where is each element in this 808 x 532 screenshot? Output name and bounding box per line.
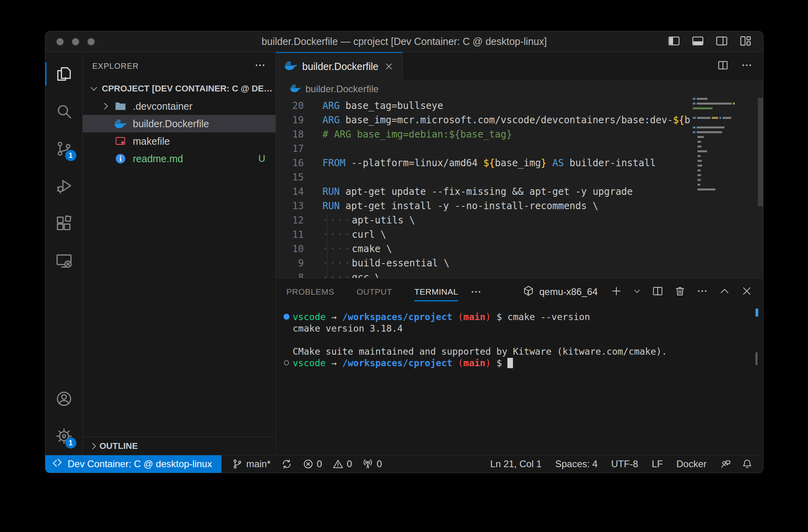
file-item-.devcontainer[interactable]: .devcontainer — [83, 97, 276, 115]
sidebar-title: EXPLORER — [92, 62, 139, 71]
explorer-more-actions-button[interactable] — [254, 59, 266, 73]
zoom-window-button[interactable] — [87, 38, 95, 45]
activity-remote-explorer[interactable] — [45, 242, 83, 280]
terminal-output[interactable]: vscode → /workspaces/cproject (main) $ c… — [276, 305, 763, 455]
chevron-right-icon — [100, 101, 111, 112]
activity-source-control[interactable]: 1 — [45, 130, 83, 167]
line-number: 11 — [276, 229, 304, 240]
status-indentation-label: Spaces: 4 — [555, 458, 598, 470]
status-warnings[interactable]: 0 — [332, 458, 352, 470]
activity-run-debug[interactable] — [45, 167, 83, 205]
command-decoration-hollow[interactable] — [284, 360, 289, 365]
command-decoration-filled[interactable] — [284, 314, 289, 320]
status-language-mode-label: Docker — [676, 458, 707, 470]
editor-group: builder.Dockerfile builder.Dockerfile 20… — [276, 52, 763, 455]
editor-tabbar: builder.Dockerfile — [276, 52, 763, 80]
line-number: 14 — [276, 186, 304, 197]
terminal-scrollbar[interactable] — [756, 352, 758, 365]
status-errors[interactable]: 0 — [303, 458, 322, 470]
code-line-11[interactable]: 11····curl \ — [276, 227, 693, 242]
panel-more-actions-button[interactable] — [696, 285, 708, 299]
terminal-line: CMake suite maintained and supported by … — [280, 346, 763, 357]
chevron-right-icon — [88, 441, 99, 452]
code-line-8[interactable]: 8····gcc \ — [276, 270, 693, 278]
activity-accounts[interactable] — [45, 380, 83, 417]
outline-section-header[interactable]: OUTLINE — [83, 437, 276, 455]
status-encoding-label: UTF-8 — [611, 458, 638, 470]
layout-grid-icon[interactable] — [739, 35, 752, 49]
status-eol[interactable]: LF — [652, 458, 663, 470]
layout-sidebar-left-icon[interactable] — [668, 35, 680, 49]
layout-panel-icon[interactable] — [691, 35, 704, 49]
file-item-readme.md[interactable]: readme.mdU — [83, 150, 276, 167]
editor-more-actions-button[interactable] — [741, 59, 753, 73]
new-terminal-button[interactable] — [610, 285, 622, 299]
minimize-window-button[interactable] — [72, 38, 79, 45]
status-git-branch[interactable]: main* — [232, 458, 270, 470]
status-ports[interactable]: 0 — [362, 458, 382, 470]
file-item-makefile[interactable]: makefile — [83, 132, 276, 150]
split-editor-button[interactable] — [717, 59, 729, 73]
file-label: builder.Dockerfile — [133, 118, 209, 130]
warnings-icon — [332, 458, 344, 470]
code-line-12[interactable]: 12····apt-utils \ — [276, 213, 693, 227]
status-cursor-position-label: Ln 21, Col 1 — [490, 458, 542, 470]
status-encoding[interactable]: UTF-8 — [611, 458, 638, 470]
code-line-10[interactable]: 10····cmake \ — [276, 242, 693, 256]
split-terminal-button[interactable] — [652, 285, 664, 299]
remote-label: Dev Container: C @ desktop-linux — [68, 458, 212, 470]
activity-explorer[interactable] — [45, 55, 83, 93]
code-line-19[interactable]: 19ARG base_img=mcr.microsoft.com/vscode/… — [276, 113, 693, 127]
tab-builder-dockerfile[interactable]: builder.Dockerfile — [276, 52, 403, 80]
editor-scrollbar[interactable] — [758, 98, 763, 206]
breadcrumb[interactable]: builder.Dockerfile — [276, 80, 763, 98]
close-window-button[interactable] — [56, 38, 64, 45]
status-git-branch-label: main* — [246, 458, 270, 470]
status-cursor-position[interactable]: Ln 21, Col 1 — [490, 458, 542, 470]
code-line-14[interactable]: 14RUN apt-get update --fix-missing && ap… — [276, 184, 693, 199]
line-number: 15 — [276, 172, 304, 183]
close-panel-button[interactable] — [741, 285, 753, 299]
activity-settings[interactable]: 1 — [45, 417, 83, 455]
extensions-icon — [55, 215, 73, 232]
code-editor[interactable]: 20ARG base_tag=bullseye19ARG base_img=mc… — [276, 98, 763, 278]
code-line-15[interactable]: 15 — [276, 170, 693, 184]
panel-tab-terminal[interactable]: TERMINAL — [414, 278, 458, 305]
terminal-profile[interactable]: $ qemu-x86_64 — [522, 285, 598, 299]
status-language-mode[interactable]: Docker — [676, 458, 707, 470]
file-item-builder.Dockerfile[interactable]: builder.Dockerfile — [83, 115, 276, 132]
status-indentation[interactable]: Spaces: 4 — [555, 458, 598, 470]
activity-extensions[interactable] — [45, 205, 83, 242]
code-line-18[interactable]: 18# ARG base_img=debian:${base_tag} — [276, 127, 693, 142]
outline-label: OUTLINE — [99, 441, 138, 451]
code-line-17[interactable]: 17 — [276, 142, 693, 156]
terminal-profile-dropdown[interactable] — [633, 287, 641, 297]
code-line-20[interactable]: 20ARG base_tag=bullseye — [276, 99, 693, 113]
status-sync[interactable] — [281, 458, 292, 470]
line-number: 10 — [276, 243, 304, 254]
layout-sidebar-right-icon[interactable] — [715, 35, 728, 49]
panel-tab-output[interactable]: OUTPUT — [357, 278, 392, 305]
line-number: 8 — [276, 272, 304, 278]
explorer-icon — [55, 65, 73, 83]
chevron-down-icon — [88, 83, 99, 94]
source-control-badge: 1 — [65, 150, 76, 161]
close-tab-button[interactable] — [384, 62, 394, 71]
terminal-scroll-decoration — [756, 309, 758, 316]
status-feedback[interactable] — [720, 458, 731, 470]
git-status-badge: U — [258, 153, 265, 164]
activity-search[interactable] — [45, 93, 83, 130]
code-line-9[interactable]: 9····build-essential \ — [276, 256, 693, 270]
code-line-13[interactable]: 13RUN apt-get install -y --no-install-re… — [276, 199, 693, 213]
workspace-section-header[interactable]: CPROJECT [DEV CONTAINER: C @ DE… — [83, 80, 276, 97]
status-notifications[interactable] — [742, 458, 753, 470]
panel-tab-problems[interactable]: PROBLEMS — [286, 278, 334, 305]
code-line-16[interactable]: 16FROM --platform=linux/amd64 ${base_img… — [276, 156, 693, 170]
kill-terminal-button[interactable] — [674, 285, 686, 299]
panel-more-tabs-button[interactable] — [470, 286, 482, 298]
terminal-line: vscode → /workspaces/cproject (main) $ c… — [280, 311, 763, 322]
layout-controls — [668, 31, 752, 52]
minimap[interactable] — [693, 98, 752, 278]
remote-indicator[interactable]: Dev Container: C @ desktop-linux — [45, 455, 221, 473]
maximize-panel-button[interactable] — [719, 285, 730, 299]
